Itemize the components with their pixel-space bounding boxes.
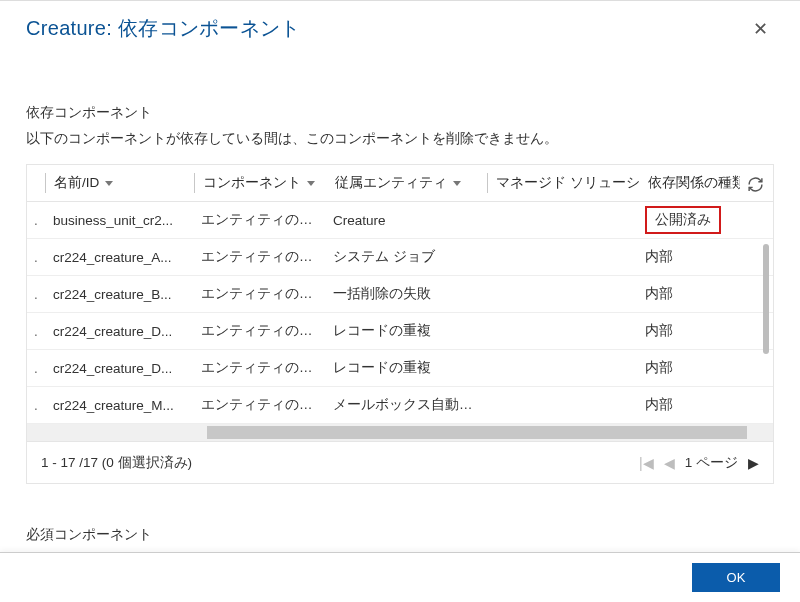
dialog-title: Creature: 依存コンポーネント — [26, 15, 301, 42]
dialog-body[interactable]: 依存コンポーネント 以下のコンポーネントが依存している間は、このコンポーネントを… — [0, 52, 800, 552]
dependent-heading: 依存コンポーネント — [26, 104, 774, 122]
row-selector[interactable]: . — [27, 213, 45, 228]
required-heading: 必須コンポーネント — [26, 526, 774, 544]
dialog-header: Creature: 依存コンポーネント ✕ — [0, 1, 800, 52]
grid-footer: 1 - 17 /17 (0 個選択済み) |◀ ◀ 1 ページ ▶ — [27, 441, 773, 483]
cell-component: エンティティの関... — [193, 285, 325, 303]
record-range: 1 - 17 /17 (0 個選択済み) — [41, 454, 192, 472]
col-kind[interactable]: 依存関係の種類 — [640, 174, 740, 192]
cell-component: エンティティの関... — [193, 322, 325, 340]
cell-kind: 内部 — [637, 322, 737, 340]
dependent-subtext: 以下のコンポーネントが依存している間は、このコンポーネントを削除できません。 — [26, 130, 774, 148]
row-selector[interactable]: . — [27, 250, 45, 265]
row-selector[interactable]: . — [27, 398, 45, 413]
cell-kind: 内部 — [637, 248, 737, 266]
table-row[interactable]: .business_unit_cr2...エンティティの関...Creature… — [27, 202, 773, 239]
ok-button[interactable]: OK — [692, 563, 780, 592]
scrollbar-vertical[interactable] — [763, 244, 769, 354]
dependent-grid: 名前/ID コンポーネント 従属エンティティ マネージド ソリューショ 依存関係… — [26, 164, 774, 484]
col-entity[interactable]: 従属エンティティ — [327, 174, 487, 192]
row-selector[interactable]: . — [27, 287, 45, 302]
close-icon[interactable]: ✕ — [747, 16, 774, 42]
cell-name: cr224_creature_D... — [45, 324, 193, 339]
cell-entity: メールボックス自動追跡 — [325, 396, 485, 414]
cell-entity: システム ジョブ — [325, 248, 485, 266]
pager-prev-icon[interactable]: ◀ — [664, 455, 675, 471]
cell-name: cr224_creature_B... — [45, 287, 193, 302]
cell-entity: 一括削除の失敗 — [325, 285, 485, 303]
table-row[interactable]: .cr224_creature_B...エンティティの関...一括削除の失敗内部 — [27, 276, 773, 313]
table-row[interactable]: .cr224_creature_D...エンティティの関...レコードの重複内部 — [27, 350, 773, 387]
cell-entity: レコードの重複 — [325, 322, 485, 340]
chevron-down-icon — [307, 181, 315, 186]
cell-kind: 内部 — [637, 396, 737, 414]
cell-component: エンティティの関... — [193, 396, 325, 414]
col-solution[interactable]: マネージド ソリューショ — [488, 174, 640, 192]
col-name-id[interactable]: 名前/ID — [46, 174, 194, 192]
refresh-icon[interactable] — [743, 172, 767, 196]
dialog: Creature: 依存コンポーネント ✕ 依存コンポーネント 以下のコンポーネ… — [0, 0, 800, 602]
row-selector[interactable]: . — [27, 361, 45, 376]
highlight-box: 公開済み — [645, 206, 721, 234]
pager-next-icon[interactable]: ▶ — [748, 455, 759, 471]
cell-name: cr224_creature_M... — [45, 398, 193, 413]
pager: |◀ ◀ 1 ページ ▶ — [639, 454, 759, 472]
pager-page-label: 1 ページ — [685, 454, 738, 472]
dialog-footer: OK — [0, 552, 800, 602]
table-row[interactable]: .cr224_creature_M...エンティティの関...メールボックス自動… — [27, 387, 773, 424]
cell-name: business_unit_cr2... — [45, 213, 193, 228]
cell-component: エンティティの関... — [193, 248, 325, 266]
pager-first-icon[interactable]: |◀ — [639, 455, 654, 471]
cell-name: cr224_creature_A... — [45, 250, 193, 265]
grid-header: 名前/ID コンポーネント 従属エンティティ マネージド ソリューショ 依存関係… — [27, 164, 773, 202]
scrollbar-thumb[interactable] — [207, 426, 747, 439]
grid-rows[interactable]: .business_unit_cr2...エンティティの関...Creature… — [27, 202, 773, 424]
cell-name: cr224_creature_D... — [45, 361, 193, 376]
cell-kind: 公開済み — [637, 206, 737, 234]
row-selector[interactable]: . — [27, 324, 45, 339]
cell-component: エンティティの関... — [193, 359, 325, 377]
cell-entity: Creature — [325, 213, 485, 228]
table-row[interactable]: .cr224_creature_A...エンティティの関...システム ジョブ内… — [27, 239, 773, 276]
chevron-down-icon — [453, 181, 461, 186]
chevron-down-icon — [105, 181, 113, 186]
scrollbar-horizontal[interactable] — [27, 424, 773, 441]
table-row[interactable]: .cr224_creature_D...エンティティの関...レコードの重複内部 — [27, 313, 773, 350]
cell-entity: レコードの重複 — [325, 359, 485, 377]
col-component[interactable]: コンポーネント — [195, 174, 327, 192]
cell-component: エンティティの関... — [193, 211, 325, 229]
cell-kind: 内部 — [637, 285, 737, 303]
cell-kind: 内部 — [637, 359, 737, 377]
